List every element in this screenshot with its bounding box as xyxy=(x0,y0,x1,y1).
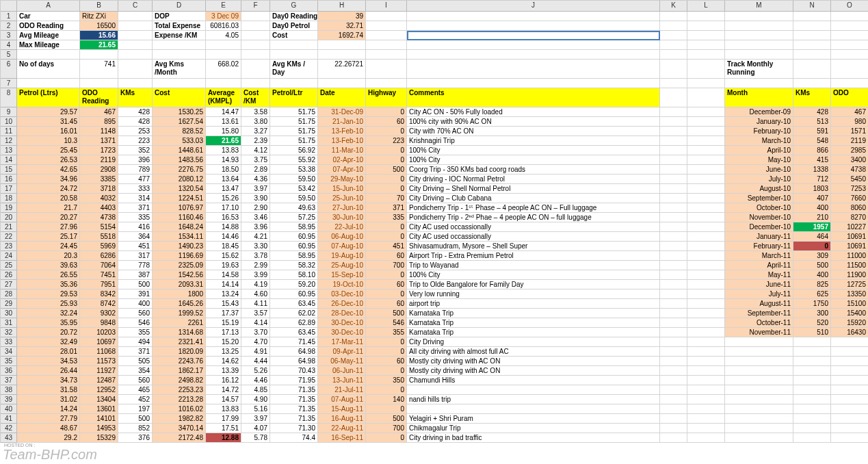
col-header[interactable]: D xyxy=(153,1,206,12)
row-header[interactable]: 41 xyxy=(1,414,17,424)
row-header[interactable]: 37 xyxy=(1,376,17,385)
row-header[interactable]: 43 xyxy=(1,433,17,443)
row-header[interactable]: 17 xyxy=(1,184,17,194)
col-header[interactable]: N xyxy=(793,1,831,12)
row-header[interactable]: 28 xyxy=(1,289,17,299)
row-header[interactable]: 14 xyxy=(1,155,17,165)
row-header[interactable]: 19 xyxy=(1,203,17,213)
row-header[interactable]: 16 xyxy=(1,175,17,184)
row-header[interactable]: 13 xyxy=(1,146,17,155)
col-header[interactable]: E xyxy=(206,1,241,12)
row-header[interactable]: 39 xyxy=(1,395,17,404)
row-header[interactable]: 23 xyxy=(1,242,17,251)
row-header[interactable]: 21 xyxy=(1,222,17,232)
col-header[interactable] xyxy=(1,1,17,12)
col-header[interactable]: H xyxy=(318,1,366,12)
row-header[interactable]: 22 xyxy=(1,232,17,242)
row-header[interactable]: 9 xyxy=(1,107,17,117)
selected-cell[interactable] xyxy=(407,31,660,40)
row-header[interactable]: 12 xyxy=(1,136,17,146)
row-header[interactable]: 36 xyxy=(1,366,17,376)
col-header[interactable]: L xyxy=(687,1,725,12)
row-header[interactable]: 7 xyxy=(1,79,17,88)
row-header[interactable]: 8 xyxy=(1,88,17,107)
row-header[interactable]: 27 xyxy=(1,280,17,289)
row-header[interactable]: 38 xyxy=(1,385,17,395)
row-header[interactable]: 26 xyxy=(1,270,17,280)
row-header[interactable]: 1 xyxy=(1,12,17,21)
row-header[interactable]: 11 xyxy=(1,127,17,136)
row-header[interactable]: 10 xyxy=(1,117,17,127)
row-header[interactable]: 29 xyxy=(1,299,17,309)
row-header[interactable]: 42 xyxy=(1,424,17,433)
col-header[interactable]: M xyxy=(725,1,793,12)
row-header[interactable]: 15 xyxy=(1,165,17,175)
row-header[interactable]: 40 xyxy=(1,404,17,414)
row-header[interactable]: 31 xyxy=(1,318,17,328)
col-header[interactable]: A xyxy=(17,1,80,12)
row-header[interactable]: 34 xyxy=(1,347,17,357)
row-header[interactable]: 24 xyxy=(1,251,17,261)
row-header[interactable]: 33 xyxy=(1,337,17,347)
row-header[interactable]: 5 xyxy=(1,50,17,60)
spreadsheet-grid[interactable]: ABCDEFGHIJKLMNO1CarRitz ZXiDOP3 Dec 09Da… xyxy=(0,0,868,443)
col-header[interactable]: K xyxy=(660,1,687,12)
col-header[interactable]: O xyxy=(831,1,868,12)
row-header[interactable]: 2 xyxy=(1,21,17,31)
col-header[interactable]: F xyxy=(241,1,270,12)
row-header[interactable]: 32 xyxy=(1,328,17,337)
row-header[interactable]: 6 xyxy=(1,60,17,79)
col-header[interactable]: B xyxy=(80,1,118,12)
row-header[interactable]: 3 xyxy=(1,31,17,40)
row-header[interactable]: 18 xyxy=(1,194,17,203)
col-header[interactable]: G xyxy=(270,1,318,12)
col-header[interactable]: C xyxy=(118,1,153,12)
col-header[interactable]: J xyxy=(407,1,660,12)
row-header[interactable]: 35 xyxy=(1,357,17,366)
row-header[interactable]: 25 xyxy=(1,261,17,270)
row-header[interactable]: 20 xyxy=(1,213,17,222)
row-header[interactable]: 30 xyxy=(1,309,17,318)
col-header[interactable]: I xyxy=(366,1,407,12)
row-header[interactable]: 4 xyxy=(1,40,17,50)
